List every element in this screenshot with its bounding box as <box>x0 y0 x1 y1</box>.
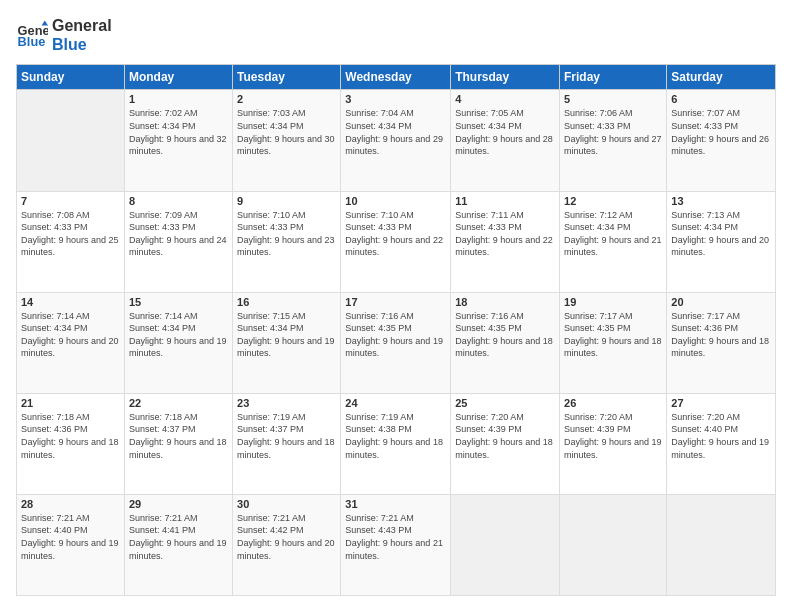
day-info: Sunrise: 7:19 AMSunset: 4:38 PMDaylight:… <box>345 411 446 461</box>
col-header-wednesday: Wednesday <box>341 65 451 90</box>
day-cell <box>17 90 125 191</box>
day-info: Sunrise: 7:11 AMSunset: 4:33 PMDaylight:… <box>455 209 555 259</box>
day-cell: 19Sunrise: 7:17 AMSunset: 4:35 PMDayligh… <box>560 292 667 393</box>
day-number: 25 <box>455 397 555 409</box>
day-number: 10 <box>345 195 446 207</box>
header: General Blue General Blue <box>16 16 776 54</box>
day-cell: 30Sunrise: 7:21 AMSunset: 4:42 PMDayligh… <box>233 494 341 595</box>
col-header-sunday: Sunday <box>17 65 125 90</box>
day-number: 20 <box>671 296 771 308</box>
day-number: 12 <box>564 195 662 207</box>
day-info: Sunrise: 7:21 AMSunset: 4:42 PMDaylight:… <box>237 512 336 562</box>
day-number: 3 <box>345 93 446 105</box>
day-cell <box>451 494 560 595</box>
day-number: 11 <box>455 195 555 207</box>
day-info: Sunrise: 7:09 AMSunset: 4:33 PMDaylight:… <box>129 209 228 259</box>
day-cell: 11Sunrise: 7:11 AMSunset: 4:33 PMDayligh… <box>451 191 560 292</box>
col-header-thursday: Thursday <box>451 65 560 90</box>
day-cell: 12Sunrise: 7:12 AMSunset: 4:34 PMDayligh… <box>560 191 667 292</box>
day-cell: 27Sunrise: 7:20 AMSunset: 4:40 PMDayligh… <box>667 393 776 494</box>
day-info: Sunrise: 7:17 AMSunset: 4:36 PMDaylight:… <box>671 310 771 360</box>
col-header-saturday: Saturday <box>667 65 776 90</box>
day-number: 24 <box>345 397 446 409</box>
day-number: 29 <box>129 498 228 510</box>
day-cell <box>560 494 667 595</box>
day-cell <box>667 494 776 595</box>
day-info: Sunrise: 7:20 AMSunset: 4:39 PMDaylight:… <box>455 411 555 461</box>
day-info: Sunrise: 7:15 AMSunset: 4:34 PMDaylight:… <box>237 310 336 360</box>
col-header-tuesday: Tuesday <box>233 65 341 90</box>
day-cell: 13Sunrise: 7:13 AMSunset: 4:34 PMDayligh… <box>667 191 776 292</box>
day-number: 28 <box>21 498 120 510</box>
day-info: Sunrise: 7:03 AMSunset: 4:34 PMDaylight:… <box>237 107 336 157</box>
day-number: 15 <box>129 296 228 308</box>
day-cell: 1Sunrise: 7:02 AMSunset: 4:34 PMDaylight… <box>124 90 232 191</box>
day-cell: 29Sunrise: 7:21 AMSunset: 4:41 PMDayligh… <box>124 494 232 595</box>
col-header-friday: Friday <box>560 65 667 90</box>
day-info: Sunrise: 7:18 AMSunset: 4:36 PMDaylight:… <box>21 411 120 461</box>
day-info: Sunrise: 7:13 AMSunset: 4:34 PMDaylight:… <box>671 209 771 259</box>
day-info: Sunrise: 7:07 AMSunset: 4:33 PMDaylight:… <box>671 107 771 157</box>
day-cell: 9Sunrise: 7:10 AMSunset: 4:33 PMDaylight… <box>233 191 341 292</box>
day-info: Sunrise: 7:20 AMSunset: 4:40 PMDaylight:… <box>671 411 771 461</box>
day-cell: 23Sunrise: 7:19 AMSunset: 4:37 PMDayligh… <box>233 393 341 494</box>
day-info: Sunrise: 7:08 AMSunset: 4:33 PMDaylight:… <box>21 209 120 259</box>
day-number: 4 <box>455 93 555 105</box>
col-header-monday: Monday <box>124 65 232 90</box>
week-row-3: 14Sunrise: 7:14 AMSunset: 4:34 PMDayligh… <box>17 292 776 393</box>
day-info: Sunrise: 7:16 AMSunset: 4:35 PMDaylight:… <box>345 310 446 360</box>
day-cell: 25Sunrise: 7:20 AMSunset: 4:39 PMDayligh… <box>451 393 560 494</box>
day-cell: 6Sunrise: 7:07 AMSunset: 4:33 PMDaylight… <box>667 90 776 191</box>
calendar-table: SundayMondayTuesdayWednesdayThursdayFrid… <box>16 64 776 596</box>
day-number: 5 <box>564 93 662 105</box>
day-cell: 3Sunrise: 7:04 AMSunset: 4:34 PMDaylight… <box>341 90 451 191</box>
week-row-4: 21Sunrise: 7:18 AMSunset: 4:36 PMDayligh… <box>17 393 776 494</box>
day-number: 30 <box>237 498 336 510</box>
day-cell: 7Sunrise: 7:08 AMSunset: 4:33 PMDaylight… <box>17 191 125 292</box>
day-number: 26 <box>564 397 662 409</box>
day-number: 21 <box>21 397 120 409</box>
day-info: Sunrise: 7:05 AMSunset: 4:34 PMDaylight:… <box>455 107 555 157</box>
day-number: 27 <box>671 397 771 409</box>
day-info: Sunrise: 7:18 AMSunset: 4:37 PMDaylight:… <box>129 411 228 461</box>
svg-text:Blue: Blue <box>18 34 46 49</box>
day-number: 16 <box>237 296 336 308</box>
day-cell: 2Sunrise: 7:03 AMSunset: 4:34 PMDaylight… <box>233 90 341 191</box>
day-info: Sunrise: 7:14 AMSunset: 4:34 PMDaylight:… <box>129 310 228 360</box>
day-info: Sunrise: 7:02 AMSunset: 4:34 PMDaylight:… <box>129 107 228 157</box>
day-info: Sunrise: 7:06 AMSunset: 4:33 PMDaylight:… <box>564 107 662 157</box>
week-row-2: 7Sunrise: 7:08 AMSunset: 4:33 PMDaylight… <box>17 191 776 292</box>
day-cell: 22Sunrise: 7:18 AMSunset: 4:37 PMDayligh… <box>124 393 232 494</box>
day-cell: 21Sunrise: 7:18 AMSunset: 4:36 PMDayligh… <box>17 393 125 494</box>
day-info: Sunrise: 7:21 AMSunset: 4:43 PMDaylight:… <box>345 512 446 562</box>
day-number: 22 <box>129 397 228 409</box>
day-info: Sunrise: 7:19 AMSunset: 4:37 PMDaylight:… <box>237 411 336 461</box>
day-cell: 31Sunrise: 7:21 AMSunset: 4:43 PMDayligh… <box>341 494 451 595</box>
day-cell: 10Sunrise: 7:10 AMSunset: 4:33 PMDayligh… <box>341 191 451 292</box>
day-cell: 18Sunrise: 7:16 AMSunset: 4:35 PMDayligh… <box>451 292 560 393</box>
day-info: Sunrise: 7:16 AMSunset: 4:35 PMDaylight:… <box>455 310 555 360</box>
day-number: 6 <box>671 93 771 105</box>
logo-blue: Blue <box>52 35 112 54</box>
week-row-5: 28Sunrise: 7:21 AMSunset: 4:40 PMDayligh… <box>17 494 776 595</box>
page: General Blue General Blue SundayMondayTu… <box>0 0 792 612</box>
day-cell: 28Sunrise: 7:21 AMSunset: 4:40 PMDayligh… <box>17 494 125 595</box>
day-cell: 26Sunrise: 7:20 AMSunset: 4:39 PMDayligh… <box>560 393 667 494</box>
day-number: 13 <box>671 195 771 207</box>
week-row-1: 1Sunrise: 7:02 AMSunset: 4:34 PMDaylight… <box>17 90 776 191</box>
day-info: Sunrise: 7:21 AMSunset: 4:41 PMDaylight:… <box>129 512 228 562</box>
day-info: Sunrise: 7:21 AMSunset: 4:40 PMDaylight:… <box>21 512 120 562</box>
day-cell: 17Sunrise: 7:16 AMSunset: 4:35 PMDayligh… <box>341 292 451 393</box>
day-info: Sunrise: 7:04 AMSunset: 4:34 PMDaylight:… <box>345 107 446 157</box>
day-info: Sunrise: 7:17 AMSunset: 4:35 PMDaylight:… <box>564 310 662 360</box>
day-cell: 15Sunrise: 7:14 AMSunset: 4:34 PMDayligh… <box>124 292 232 393</box>
logo-icon: General Blue <box>16 19 48 51</box>
day-number: 19 <box>564 296 662 308</box>
day-cell: 16Sunrise: 7:15 AMSunset: 4:34 PMDayligh… <box>233 292 341 393</box>
day-number: 9 <box>237 195 336 207</box>
day-info: Sunrise: 7:12 AMSunset: 4:34 PMDaylight:… <box>564 209 662 259</box>
day-number: 31 <box>345 498 446 510</box>
day-cell: 4Sunrise: 7:05 AMSunset: 4:34 PMDaylight… <box>451 90 560 191</box>
day-number: 8 <box>129 195 228 207</box>
day-info: Sunrise: 7:10 AMSunset: 4:33 PMDaylight:… <box>237 209 336 259</box>
